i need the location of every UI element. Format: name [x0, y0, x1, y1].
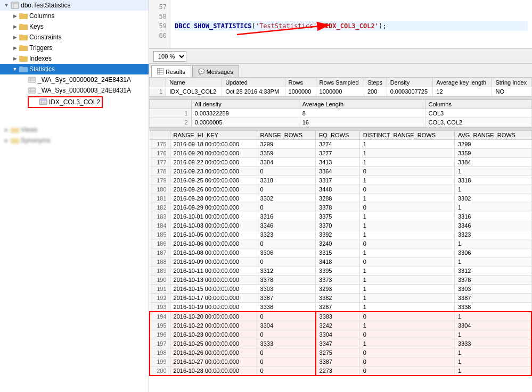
h-cell: 1 — [359, 321, 454, 330]
h-cell: 3304 — [316, 330, 360, 339]
folder-icon-keys — [19, 22, 28, 31]
expand-keys[interactable] — [11, 22, 19, 31]
h-cell: 2016-10-13 00:00:00.000 — [170, 276, 257, 285]
h-cell: 1 — [454, 357, 531, 366]
h-cell: 1 — [454, 330, 531, 339]
histogram-row: 1932016-10-19 00:00:00.0003338328713338 — [150, 303, 531, 312]
histogram-row: 1992016-10-27 00:00:00.0000338701 — [150, 357, 531, 366]
h-cell: 0 — [359, 167, 454, 176]
h-cell: 1 — [454, 239, 531, 248]
sidebar-item-triggers[interactable]: Triggers — [0, 43, 149, 53]
expand-statistics[interactable] — [11, 65, 19, 73]
h-cell: 2016-10-01 00:00:00.000 — [170, 212, 257, 221]
h-row-num: 188 — [150, 257, 170, 266]
h-col-rownum — [150, 131, 170, 140]
messages-tab-icon: 💬 — [198, 69, 204, 74]
histogram-row: 1912016-10-15 00:00:00.0003303329313303 — [150, 285, 531, 294]
h-cell: 3346 — [454, 221, 531, 230]
col-string-index: String Index — [492, 78, 532, 87]
svg-rect-14 — [19, 66, 23, 68]
h-row-num: 175 — [150, 140, 170, 149]
histogram-row: 1762016-09-20 00:00:00.0003359327713359 — [150, 149, 531, 158]
h-cell: 2016-10-08 00:00:00.000 — [170, 248, 257, 257]
svg-rect-6 — [19, 24, 23, 26]
sidebar-item-indexes[interactable]: Indexes — [0, 53, 149, 64]
h-row-num: 194 — [150, 312, 170, 321]
h-cell: 1 — [359, 140, 454, 149]
histogram-row: 1852016-10-05 00:00:00.0003323339213323 — [150, 230, 531, 239]
h-cell: 3318 — [257, 176, 315, 185]
sidebar-item-idx-col3-col2[interactable]: IDX_COL3_COL2 — [28, 96, 103, 108]
histogram-row: 1752016-09-18 00:00:00.0003299327413299 — [150, 140, 531, 149]
h-cell: 3373 — [316, 276, 360, 285]
sidebar-item-wasys1[interactable]: _WA_Sys_00000002_24E8431A — [0, 74, 149, 85]
h-row-num: 198 — [150, 348, 170, 357]
h-cell: 2273 — [316, 366, 360, 376]
tab-messages[interactable]: 💬 Messages — [192, 65, 239, 77]
sidebar-item-columns[interactable]: Columns — [0, 11, 149, 21]
zoom-select[interactable]: 100 % — [153, 51, 186, 62]
sidebar-item-teststatistics[interactable]: dbo.TestStatistics — [0, 0, 149, 11]
histogram-table: RANGE_HI_KEY RANGE_ROWS EQ_ROWS DISTINCT… — [149, 130, 532, 376]
col-avg-key-len: Average key length — [433, 78, 492, 87]
h-cell: 3384 — [454, 158, 531, 167]
h-row-num: 199 — [150, 357, 170, 366]
h-cell: 3303 — [257, 285, 315, 294]
h-cell: 2016-10-17 00:00:00.000 — [170, 294, 257, 303]
tab-results[interactable]: Results — [151, 65, 191, 77]
h-cell: 3240 — [316, 239, 360, 248]
sidebar-item-constraints[interactable]: Constraints — [0, 32, 149, 43]
histogram-row: 1952016-10-22 00:00:00.0003304324213304 — [150, 321, 531, 330]
sidebar-item-idx-container: IDX_COL3_COL2 — [0, 96, 149, 109]
h-cell: 3382 — [316, 294, 360, 303]
h-cell: 0 — [359, 203, 454, 212]
sidebar-item-keys[interactable]: Keys — [0, 21, 149, 32]
expand-triggers[interactable] — [11, 44, 19, 52]
d-col-avg-len: Average Length — [299, 100, 425, 109]
h-cell: 2016-10-22 00:00:00.000 — [170, 321, 257, 330]
svg-rect-0 — [11, 2, 19, 9]
h-row-num: 191 — [150, 285, 170, 294]
h-cell: 1 — [359, 158, 454, 167]
expand-columns[interactable] — [11, 12, 19, 20]
sql-editor: 57 58 59 60 DBCC SHOW_STATISTICS('TestSt… — [149, 0, 532, 49]
h-row-num: 185 — [150, 230, 170, 239]
sidebar-item-placeholder2: Synonyms — [0, 135, 149, 146]
stat-updated: Oct 28 2016 4:33PM — [222, 87, 285, 96]
sidebar: dbo.TestStatistics Columns Keys Constrai… — [0, 0, 149, 392]
expand-p2 — [2, 136, 11, 145]
h-cell: 3392 — [316, 230, 360, 239]
toolbar: 100 % — [149, 49, 532, 64]
folder-icon-statistics — [19, 65, 28, 73]
h-cell: 2016-09-28 00:00:00.000 — [170, 194, 257, 203]
col-rows-sampled: Rows Sampled — [316, 78, 364, 87]
expand-indexes[interactable] — [11, 54, 19, 63]
col-name: Name — [166, 78, 222, 87]
h-cell: 1 — [454, 185, 531, 194]
expand-constraints[interactable] — [11, 33, 19, 41]
h-cell: 3287 — [316, 303, 360, 312]
sidebar-item-statistics[interactable]: Statistics — [0, 64, 149, 74]
histogram-row: 1812016-09-28 00:00:00.0003302328813302 — [150, 194, 531, 203]
h-row-num: 178 — [150, 167, 170, 176]
h-row-num: 180 — [150, 185, 170, 194]
h-cell: 3303 — [454, 285, 531, 294]
h-col-range-rows: RANGE_ROWS — [257, 131, 315, 140]
results-area[interactable]: Name Updated Rows Rows Sampled Steps Den… — [149, 78, 532, 392]
h-row-num: 184 — [150, 221, 170, 230]
stats-icon-idx — [39, 98, 47, 106]
stat-string-index: NO — [492, 87, 532, 96]
h-cell: 1 — [454, 203, 531, 212]
h-cell: 3338 — [454, 303, 531, 312]
sql-line-60 — [175, 31, 528, 40]
svg-rect-31 — [11, 128, 19, 133]
d-avg-len-2: 16 — [299, 118, 425, 127]
h-cell: 3323 — [454, 230, 531, 239]
h-row-num: 193 — [150, 303, 170, 312]
tab-results-label: Results — [166, 69, 185, 75]
h-cell: 1 — [359, 230, 454, 239]
sidebar-item-wasys2[interactable]: _WA_Sys_00000003_24E8431A — [0, 85, 149, 96]
sql-code-area[interactable]: DBCC SHOW_STATISTICS('TestStatistics','I… — [170, 0, 532, 48]
h-cell: 0 — [359, 185, 454, 194]
expand-icon[interactable] — [2, 1, 11, 10]
